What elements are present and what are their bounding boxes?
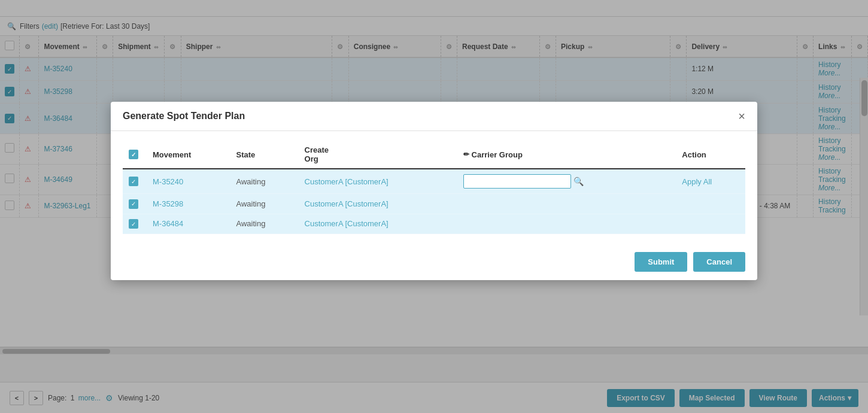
modal-row-checkbox-cell[interactable]: ✓ xyxy=(123,169,147,194)
modal-header-checkbox[interactable]: ✓ xyxy=(129,150,138,159)
carrier-group-input-wrap: 🔍 xyxy=(463,174,670,189)
modal-movement-link[interactable]: M-35298 xyxy=(153,199,183,208)
submit-button[interactable]: Submit xyxy=(635,252,687,272)
modal-action-cell[interactable] xyxy=(676,194,745,214)
modal-col-header-action: Action xyxy=(676,141,745,169)
modal-action-cell[interactable]: Apply All xyxy=(676,169,745,194)
modal-title: Generate Spot Tender Plan xyxy=(123,111,245,122)
modal-row-checkbox[interactable]: ✓ xyxy=(129,199,138,209)
modal-table-row: ✓M-36484AwaitingCustomerA [CustomerA] xyxy=(123,214,745,234)
modal-col-header-state: State xyxy=(230,141,299,169)
modal-action-cell[interactable] xyxy=(676,214,745,234)
modal-state-cell: Awaiting xyxy=(230,214,299,234)
modal-movement-cell[interactable]: M-35240 xyxy=(147,169,230,194)
modal-col-header-movement: Movement xyxy=(147,141,230,169)
apply-all-link[interactable]: Apply All xyxy=(682,177,712,186)
modal-dialog: Generate Spot Tender Plan × ✓ Movement S… xyxy=(111,102,757,280)
modal-col-header-carrier-group: ✏ Carrier Group xyxy=(457,141,676,169)
carrier-group-input[interactable] xyxy=(463,174,571,189)
edit-icon: ✏ xyxy=(463,150,469,159)
modal-movement-link[interactable]: M-36484 xyxy=(153,219,183,228)
modal-row-checkbox-cell[interactable]: ✓ xyxy=(123,214,147,234)
modal-header: Generate Spot Tender Plan × xyxy=(111,102,757,131)
modal-carrier-group-cell[interactable] xyxy=(457,214,676,234)
modal-state-cell: Awaiting xyxy=(230,169,299,194)
modal-carrier-group-cell[interactable]: 🔍 xyxy=(457,169,676,194)
modal-row-checkbox[interactable]: ✓ xyxy=(129,177,138,186)
modal-org-cell: CustomerA [CustomerA] xyxy=(299,169,457,194)
modal-movement-cell[interactable]: M-35298 xyxy=(147,194,230,214)
modal-org-cell: CustomerA [CustomerA] xyxy=(299,214,457,234)
modal-body: ✓ Movement State Create Org ✏ Carrier Gr… xyxy=(111,131,757,244)
modal-movement-link[interactable]: M-35240 xyxy=(153,177,183,186)
modal-org-cell: CustomerA [CustomerA] xyxy=(299,194,457,214)
modal-table-row: ✓M-35298AwaitingCustomerA [CustomerA] xyxy=(123,194,745,214)
modal-table-row: ✓M-35240AwaitingCustomerA [CustomerA] 🔍 … xyxy=(123,169,745,194)
modal-state-cell: Awaiting xyxy=(230,194,299,214)
cancel-button[interactable]: Cancel xyxy=(693,252,745,272)
modal-col-header-checkbox[interactable]: ✓ xyxy=(123,141,147,169)
modal-col-header-create-org: Create Org xyxy=(299,141,457,169)
modal-close-button[interactable]: × xyxy=(738,110,745,122)
modal-carrier-group-cell[interactable] xyxy=(457,194,676,214)
modal-row-checkbox-cell[interactable]: ✓ xyxy=(123,194,147,214)
modal-footer: Submit Cancel xyxy=(111,244,757,280)
modal-row-checkbox[interactable]: ✓ xyxy=(129,219,138,229)
modal-table: ✓ Movement State Create Org ✏ Carrier Gr… xyxy=(123,141,745,234)
carrier-group-search-button[interactable]: 🔍 xyxy=(573,177,584,186)
modal-movement-cell[interactable]: M-36484 xyxy=(147,214,230,234)
modal-overlay: Generate Spot Tender Plan × ✓ Movement S… xyxy=(0,0,868,413)
